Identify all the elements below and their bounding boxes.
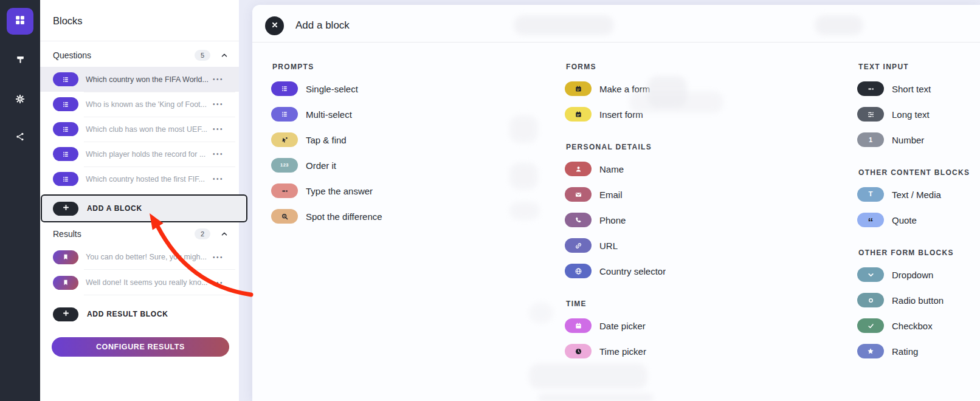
block-item-label: Email [599, 190, 623, 200]
row-menu-button[interactable]: ••• [213, 151, 224, 157]
block-item-time-picker[interactable]: Time picker [565, 344, 666, 358]
sidebar-item-design[interactable] [8, 49, 32, 73]
questions-count-badge: 5 [195, 50, 210, 61]
letterT-icon: T [857, 187, 884, 202]
section-heading: PROMPTS [272, 63, 382, 70]
block-item-label: Short text [892, 84, 931, 94]
section-heading: OTHER FORM BLOCKS [858, 248, 970, 256]
block-item-date-picker[interactable]: Date picker [565, 318, 666, 333]
block-item-label: Time picker [599, 346, 646, 357]
row-divider [84, 92, 235, 92]
block-item-radio-button[interactable]: Radio button [857, 293, 970, 307]
result-item[interactable]: Well done! It seems you really kno...••• [40, 270, 239, 295]
questions-collapse-chevron-icon[interactable] [220, 51, 229, 60]
add-result-block-button[interactable]: ADD RESULT BLOCK [53, 301, 168, 327]
block-item-tap-find[interactable]: Tap & find [271, 132, 382, 147]
results-collapse-chevron-icon[interactable] [220, 230, 229, 238]
grid-icon [14, 14, 26, 29]
questions-section-header: Questions 5 [40, 44, 239, 67]
question-item[interactable]: Which country won the FIFA World...••• [40, 67, 239, 92]
block-item-order-it[interactable]: 123Order it [271, 158, 382, 173]
block-item-number[interactable]: 1Number [857, 132, 970, 147]
gear-icon [15, 94, 26, 107]
block-item-rating[interactable]: Rating [857, 344, 970, 358]
results-section-header: Results 2 [40, 224, 239, 244]
result-text: You can do better! Sure, you migh... [86, 253, 213, 261]
row-menu-button[interactable]: ••• [213, 254, 224, 261]
num1-icon: 1 [857, 132, 884, 147]
background-blur-blob [629, 91, 723, 113]
block-item-label: Checkbox [892, 321, 933, 331]
block-item-label: Multi-select [306, 109, 352, 120]
row-divider [84, 295, 235, 295]
block-item-long-text[interactable]: Long text [857, 107, 970, 122]
result-type-icon [53, 250, 78, 264]
block-item-url[interactable]: URL [565, 238, 666, 253]
question-item[interactable]: Which country hosted the first FIF...••• [40, 166, 239, 191]
row-menu-button[interactable]: ••• [213, 176, 224, 182]
background-blur-blob [815, 15, 863, 35]
sidebar-item-share[interactable] [8, 126, 32, 150]
question-type-icon [53, 172, 78, 186]
brush-icon [15, 55, 26, 67]
close-icon [271, 21, 279, 32]
modal-header: Add a block [252, 5, 980, 43]
block-item-label: Date picker [599, 321, 646, 331]
block-item-label: Dropdown [892, 270, 933, 280]
block-item-phone[interactable]: Phone [565, 213, 666, 227]
result-item[interactable]: You can do better! Sure, you migh...••• [40, 244, 239, 270]
add-block-modal: Add a block PROMPTSSingle-selectMulti-se… [252, 5, 980, 401]
modal-title: Add a block [295, 19, 350, 32]
block-item-dropdown[interactable]: Dropdown [857, 267, 970, 282]
block-item-email[interactable]: Email [565, 187, 666, 202]
sidebar-item-blocks[interactable] [7, 8, 33, 35]
star-icon [857, 344, 884, 358]
block-item-label: Radio button [892, 295, 944, 306]
question-item[interactable]: Which club has won the most UEF...••• [40, 117, 239, 142]
block-item-name[interactable]: Name [565, 162, 666, 176]
background-blur-blob [509, 115, 538, 143]
question-type-icon [53, 72, 78, 86]
block-item-single-select[interactable]: Single-select [271, 81, 382, 96]
row-menu-button[interactable]: ••• [213, 101, 224, 108]
longtext-icon [857, 107, 884, 122]
globe-icon [565, 264, 592, 278]
close-button[interactable] [265, 16, 284, 35]
background-blur-blob [538, 394, 654, 401]
blocks-panel-header: Blocks [40, 0, 239, 41]
block-item-label: Single-select [306, 84, 358, 94]
row-menu-button[interactable]: ••• [213, 76, 224, 83]
block-item-country-selector[interactable]: Country selector [565, 264, 666, 278]
question-text: Which country hosted the first FIF... [86, 175, 213, 183]
row-menu-button[interactable]: ••• [213, 279, 224, 286]
plus-icon [53, 202, 78, 216]
block-item-short-text[interactable]: Short text [857, 81, 970, 96]
app-rail [0, 0, 40, 401]
question-item[interactable]: Who is known as the 'King of Foot...••• [40, 92, 239, 117]
block-item-label: Name [599, 164, 624, 174]
block-item-checkbox[interactable]: Checkbox [857, 318, 970, 333]
add-a-block-button[interactable]: ADD A BLOCK [41, 194, 247, 222]
question-type-icon [53, 122, 78, 136]
block-item-text-media[interactable]: TText / Media [857, 187, 970, 202]
block-item-quote[interactable]: “Quote [857, 213, 970, 227]
quote-icon: “ [857, 213, 884, 227]
add-result-block-label: ADD RESULT BLOCK [87, 310, 168, 318]
block-item-label: Text / Media [892, 190, 941, 200]
block-item-multi-select[interactable]: Multi-select [271, 107, 382, 122]
catalog-section: OTHER FORM BLOCKSDropdownRadio buttonChe… [857, 248, 970, 369]
sidebar-item-settings[interactable] [8, 88, 32, 112]
question-text: Which player holds the record for ... [86, 150, 213, 159]
question-type-icon [53, 147, 78, 161]
row-menu-button[interactable]: ••• [213, 126, 224, 132]
configure-results-button[interactable]: CONFIGURE RESULTS [52, 337, 229, 357]
background-blur-blob [509, 163, 538, 190]
block-item-label: Order it [306, 160, 336, 171]
block-item-type-the-answer[interactable]: Type the answer [271, 183, 382, 198]
question-item[interactable]: Which player holds the record for ...••• [40, 142, 239, 166]
add-a-block-label: ADD A BLOCK [87, 204, 142, 213]
person-icon [565, 162, 592, 176]
block-item-spot-the-difference[interactable]: Spot the difference [271, 209, 382, 224]
background-blur-blob [529, 363, 647, 389]
catalog-section: TEXT INPUTShort textLong text1Number [857, 63, 970, 158]
